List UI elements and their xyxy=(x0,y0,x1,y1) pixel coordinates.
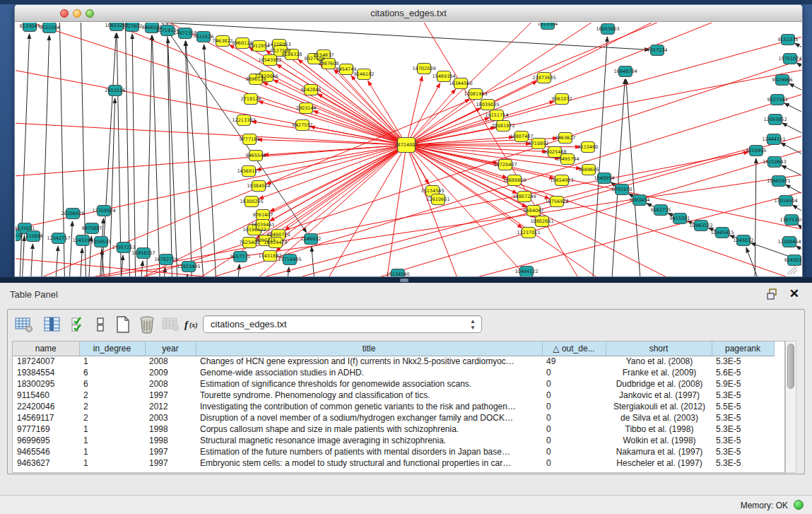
memory-ok-indicator[interactable] xyxy=(794,500,804,510)
graph-node-label: 1145193 xyxy=(73,238,93,243)
table-cell: 1998 xyxy=(145,435,196,446)
table-cell: Stergiakouli et al. (2012) xyxy=(606,401,712,412)
table-row[interactable]: 946362711997Embryonic stem cells: a mode… xyxy=(13,457,774,469)
column-header[interactable]: short xyxy=(606,341,712,356)
node-table[interactable]: namein_degreeyeartitle△ out_de...shortpa… xyxy=(12,341,785,473)
edge[interactable] xyxy=(21,236,24,277)
table-row[interactable]: 977716911998Corpus callosum shape and si… xyxy=(13,424,774,435)
scrollbar-thumb[interactable] xyxy=(787,344,794,389)
edge[interactable] xyxy=(185,41,192,277)
graph-node-label: 7625402 xyxy=(240,240,260,245)
column-header[interactable]: △ out_de... xyxy=(542,341,606,356)
graph-node-label: 12100454 xyxy=(777,239,801,245)
column-header[interactable]: name xyxy=(13,341,79,356)
edge[interactable] xyxy=(54,246,58,277)
edge[interactable] xyxy=(146,35,152,277)
table-row[interactable]: 911546021997Tourette syndrome. Phenomeno… xyxy=(13,390,774,401)
table-row[interactable]: 1830029562008Estimation of significance … xyxy=(13,378,774,390)
table-cell: 18724007 xyxy=(13,356,79,367)
table-vertical-scrollbar[interactable] xyxy=(785,341,796,473)
edge[interactable] xyxy=(125,23,130,277)
citation-network-graph[interactable]: 1872400774638228960124891295414226063912… xyxy=(16,23,801,277)
graph-node-label: 9761407 xyxy=(253,212,273,218)
edge[interactable] xyxy=(782,123,801,146)
citation-edge[interactable] xyxy=(16,122,406,145)
select-rows-icon[interactable] xyxy=(69,314,90,335)
edge[interactable] xyxy=(139,261,143,277)
edge[interactable] xyxy=(789,83,801,104)
citation-edge[interactable] xyxy=(318,94,406,145)
edge[interactable] xyxy=(69,221,72,277)
graph-node-label: 9896129 xyxy=(246,76,266,82)
network-view-window[interactable]: citations_edges.txt 18724007746382289601… xyxy=(14,4,803,277)
edge[interactable] xyxy=(796,63,801,83)
table-row[interactable]: 1456911722003Disruption of a novel membe… xyxy=(13,412,774,424)
network-window-title: citations_edges.txt xyxy=(15,8,802,18)
table-row[interactable]: 946554611997Estimation of the future num… xyxy=(13,446,774,457)
citation-edge[interactable] xyxy=(122,86,801,277)
new-column-icon[interactable] xyxy=(112,314,134,335)
edge[interactable] xyxy=(236,264,240,277)
table-cell: Corpus callosum shape and size in male p… xyxy=(196,424,542,435)
table-cell: 2 xyxy=(79,390,145,401)
table-cell: Disruption of a novel member of a sodium… xyxy=(196,412,542,424)
graph-node-label: 9361072 xyxy=(552,96,572,102)
svg-text:f: f xyxy=(184,319,189,330)
edge[interactable] xyxy=(117,33,122,277)
edge[interactable] xyxy=(167,23,172,277)
edge[interactable] xyxy=(132,34,136,277)
edge[interactable] xyxy=(109,98,115,277)
show-columns-icon[interactable] xyxy=(42,314,63,335)
function-builder-icon[interactable]: f (x) xyxy=(183,314,204,335)
delete-column-trash-icon[interactable] xyxy=(136,314,158,335)
graph-node-label: 16914479 xyxy=(264,240,287,245)
column-header[interactable]: pagerank xyxy=(712,341,774,356)
graph-node-label: 15692971 xyxy=(767,178,790,184)
table-row[interactable]: 969969511998Structural magnetic resonanc… xyxy=(13,435,774,446)
graph-node-label: 6791970 xyxy=(612,187,632,192)
table-mode-icon[interactable] xyxy=(13,314,35,335)
graph-node-label: 1135051 xyxy=(16,226,35,231)
table-select-dropdown[interactable]: citations_edges.txt ▲▼ xyxy=(203,315,482,333)
table-cell: 5.9E-5 xyxy=(712,378,774,390)
graph-node-label: 16053803 xyxy=(596,26,619,32)
row-height-icon[interactable] xyxy=(90,314,111,335)
edge[interactable] xyxy=(286,267,289,277)
edge[interactable] xyxy=(746,247,766,277)
citation-edge[interactable] xyxy=(272,145,406,236)
edge[interactable] xyxy=(79,248,82,277)
graph-node-label: 7463822 xyxy=(213,38,233,44)
edge[interactable] xyxy=(167,38,178,277)
table-row[interactable]: 1872400712008Changes of HCN gene express… xyxy=(13,356,774,367)
citation-edge[interactable] xyxy=(264,145,406,155)
table-panel-frame: f (x) citations_edges.txt ▲▼ namein_degr… xyxy=(7,309,805,474)
table-cell: 9777169 xyxy=(13,424,79,435)
citation-edge[interactable] xyxy=(406,23,553,145)
table-row[interactable]: 1938455462009Genome-wide association stu… xyxy=(13,367,774,378)
column-header[interactable]: year xyxy=(145,341,196,356)
graph-node-label: 9146182 xyxy=(354,71,375,77)
node-table-grid: namein_degreeyeartitle△ out_de...shortpa… xyxy=(13,341,775,469)
edge[interactable] xyxy=(152,35,160,277)
table-cell: Estimation of the future numbers of pati… xyxy=(196,446,542,457)
table-cell: Investigating the contribution of common… xyxy=(196,401,542,412)
network-canvas[interactable]: 1872400774638228960124891295414226063912… xyxy=(16,23,801,277)
edge[interactable] xyxy=(755,158,756,277)
table-row[interactable]: 2242004622012Investigating the contribut… xyxy=(13,401,774,412)
close-panel-icon[interactable]: ✕ xyxy=(789,286,799,301)
table-cell: Hescheler et al. (1997) xyxy=(606,457,712,469)
citation-edge[interactable] xyxy=(406,145,801,277)
float-panel-icon[interactable] xyxy=(767,288,779,300)
network-window-titlebar[interactable]: citations_edges.txt xyxy=(15,5,802,22)
table-cell: 9463627 xyxy=(13,457,79,469)
edge[interactable] xyxy=(801,264,801,277)
graph-node-label: 20081872 xyxy=(491,123,514,129)
citation-edge[interactable] xyxy=(312,145,406,277)
column-header[interactable]: in_degree xyxy=(79,341,145,356)
citation-edge[interactable] xyxy=(16,65,406,145)
table-cell: 6 xyxy=(79,378,145,390)
panel-resize-handle[interactable] xyxy=(400,279,408,282)
citation-edge[interactable] xyxy=(282,145,406,238)
column-header[interactable]: title xyxy=(196,341,542,356)
citation-edge[interactable] xyxy=(16,145,406,235)
